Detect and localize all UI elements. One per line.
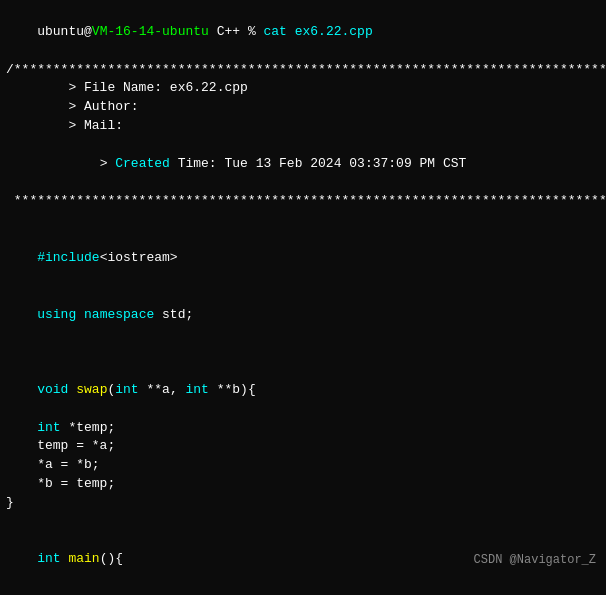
- prompt-at: @: [84, 24, 92, 39]
- prompt-command: cat ex6.22.cpp: [263, 24, 372, 39]
- include-line: #include<iostream>: [6, 230, 600, 287]
- header-filename: > File Name: ex6.22.cpp: [6, 79, 600, 98]
- terminal-window: ubuntu@VM-16-14-ubuntu C++ % cat ex6.22.…: [0, 0, 606, 595]
- header-mail: > Mail:: [6, 117, 600, 136]
- prompt-user: ubuntu: [37, 24, 84, 39]
- swap-line4: *b = temp;: [6, 475, 600, 494]
- swap-line3: *a = *b;: [6, 456, 600, 475]
- blank-1: [6, 211, 600, 230]
- main-line1: int x = 12, y = 24;: [6, 588, 600, 595]
- stars-top: /***************************************…: [6, 61, 600, 80]
- prompt-text: C++ %: [209, 24, 264, 39]
- watermark: CSDN @Navigator_Z: [474, 553, 596, 567]
- using-line: using namespace std;: [6, 287, 600, 344]
- swap-line2: temp = *a;: [6, 437, 600, 456]
- swap-line1: int *temp;: [6, 419, 600, 438]
- stars-bottom: ****************************************…: [6, 192, 600, 211]
- swap-close: }: [6, 494, 600, 513]
- header-created: > Created Time: Tue 13 Feb 2024 03:37:09…: [6, 136, 600, 193]
- blank-3: [6, 513, 600, 532]
- prompt-line-1: ubuntu@VM-16-14-ubuntu C++ % cat ex6.22.…: [6, 4, 600, 61]
- blank-2: [6, 343, 600, 362]
- prompt-host: VM-16-14-ubuntu: [92, 24, 209, 39]
- header-author: > Author:: [6, 98, 600, 117]
- swap-def: void swap(int **a, int **b){: [6, 362, 600, 419]
